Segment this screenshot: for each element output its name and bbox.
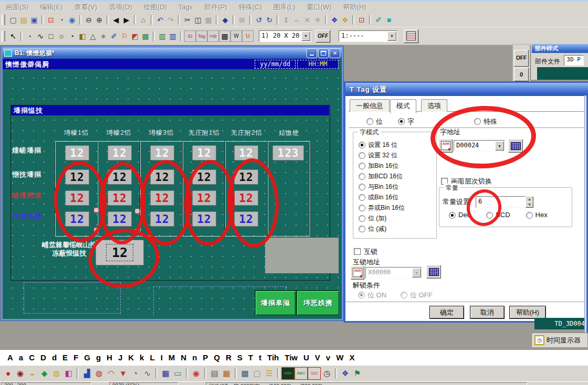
word-mode-option[interactable]: 位 (加): [359, 214, 405, 221]
radio-icon[interactable]: [398, 118, 405, 125]
radio-icon[interactable]: [359, 226, 365, 232]
part-lamp-icon[interactable]: ◍: [50, 368, 62, 379]
letter-style-button[interactable]: Q: [214, 353, 220, 362]
word-mode-option[interactable]: 设置 16 位: [359, 141, 405, 147]
undo-icon[interactable]: ↶: [155, 15, 165, 25]
eraser-icon[interactable]: ◆: [220, 15, 230, 25]
letter-style-button[interactable]: k: [140, 353, 144, 362]
flip-horizontal-icon[interactable]: ⇔: [291, 15, 302, 25]
part-trend-icon[interactable]: ∿: [141, 368, 153, 379]
word-mode-option[interactable]: 或Bin 16位: [359, 193, 405, 200]
part-12-display-icon[interactable]: 112: [308, 367, 321, 380]
numeric-display-part[interactable]: 12: [192, 190, 216, 206]
redo-icon[interactable]: ↷: [165, 15, 176, 25]
marker-tool-icon[interactable]: ✐: [109, 31, 119, 41]
word-address-combo[interactable]: D00024 ▼: [454, 140, 505, 152]
menu-item[interactable]: 窗口(W): [301, 3, 338, 12]
open-file-icon[interactable]: ▤: [18, 15, 29, 25]
word-mode-option[interactable]: 位 (减): [359, 224, 405, 231]
radio-icon[interactable]: [366, 118, 373, 125]
part-selector-icon[interactable]: ◒: [26, 368, 38, 379]
address-picker-button[interactable]: ADR: [439, 139, 453, 153]
menu-item[interactable]: 特殊(C): [233, 3, 268, 12]
time-display-part[interactable]: HH:MM: [297, 60, 339, 69]
id-chip-icon[interactable]: ID: [184, 30, 196, 42]
keypad-button[interactable]: [426, 265, 441, 279]
grid-off-button[interactable]: OFF: [316, 30, 330, 42]
radio-icon[interactable]: [359, 142, 365, 148]
screen-level-combo[interactable]: 1:---- ▼: [339, 30, 397, 42]
numeric-display-part[interactable]: 12: [65, 169, 89, 185]
numeric-display-part[interactable]: 12: [150, 145, 174, 161]
numeric-display-part[interactable]: 12: [108, 211, 132, 227]
numeric-display-part[interactable]: 12: [234, 211, 258, 227]
copy-icon[interactable]: ◫: [193, 15, 203, 25]
zoom-in-icon[interactable]: ⊕: [94, 15, 104, 25]
u-chip-icon[interactable]: U: [242, 30, 254, 42]
numeric-display-part[interactable]: 12: [234, 145, 258, 161]
group-icon[interactable]: ❖: [329, 15, 340, 25]
selected-numeric-part[interactable]: 12: [96, 240, 144, 265]
enlarge-icon[interactable]: ✳: [312, 15, 323, 25]
letter-style-button[interactable]: V: [315, 353, 320, 362]
dot-tool-icon[interactable]: ▪: [25, 31, 35, 41]
keypad-button[interactable]: [508, 139, 523, 153]
scale-tool-icon[interactable]: ∗: [98, 31, 109, 41]
letter-style-button[interactable]: M: [169, 353, 175, 362]
line-tool-icon[interactable]: ∿: [35, 31, 46, 41]
radio-icon[interactable]: [359, 173, 365, 180]
part-file-icon[interactable]: ▢: [251, 368, 263, 379]
part-keypad-icon[interactable]: ▦: [160, 368, 172, 379]
next-screen-icon[interactable]: ▶: [121, 15, 132, 25]
menu-item[interactable]: 图库(L): [268, 3, 301, 12]
library-1-icon[interactable]: ▥: [157, 31, 167, 41]
letter-style-button[interactable]: W: [336, 353, 343, 362]
menu-item[interactable]: 绘图(D): [138, 3, 173, 12]
unlock-on-radio[interactable]: 位 ON: [358, 291, 386, 300]
radio-icon[interactable]: [526, 212, 533, 219]
numeric-display-part[interactable]: 12: [150, 190, 174, 206]
letter-style-button[interactable]: Tiw: [285, 353, 298, 362]
part-abc-display-icon[interactable]: ABC: [295, 367, 308, 380]
numeric-display-part[interactable]: 12: [192, 145, 216, 161]
tab-options[interactable]: 选项: [421, 99, 447, 112]
menu-item[interactable]: 编辑(E): [34, 3, 68, 12]
part-file-combo[interactable]: 3D P: [564, 55, 584, 66]
chevron-down-icon[interactable]: ▼: [412, 268, 421, 277]
part-clock-icon[interactable]: ◷: [321, 368, 333, 379]
screen-action-button-left[interactable]: 墦搦皋滋: [255, 291, 296, 316]
interlock-address-combo[interactable]: X00000 ▼: [365, 267, 422, 279]
letter-style-button[interactable]: H: [107, 353, 112, 362]
hdr-chip-icon[interactable]: Hdr: [207, 30, 219, 42]
numeric-display-part[interactable]: 12: [108, 190, 132, 206]
ungroup-icon[interactable]: ❖: [340, 15, 350, 25]
radio-icon[interactable]: [359, 205, 365, 211]
letter-style-button[interactable]: C: [29, 353, 35, 362]
chevron-down-icon[interactable]: ▼: [495, 141, 504, 151]
letter-style-button[interactable]: n: [192, 353, 197, 362]
order-icon[interactable]: ⊡: [356, 15, 367, 25]
letter-style-button[interactable]: d: [52, 353, 57, 362]
rotate-right-icon[interactable]: ↻: [264, 15, 275, 25]
paste-icon[interactable]: ▦: [203, 15, 214, 25]
mode-radio-special[interactable]: 特殊: [474, 117, 497, 126]
word-mode-option[interactable]: 与Bin 16位: [359, 183, 405, 189]
select-tool-icon[interactable]: ↖: [8, 31, 18, 41]
letter-style-button[interactable]: D: [40, 353, 46, 362]
selection-handle[interactable]: [135, 229, 140, 233]
word-mode-option[interactable]: 设置 32 位: [359, 151, 405, 158]
toolbar-gripper[interactable]: [2, 15, 5, 25]
letter-style-button[interactable]: K: [128, 353, 134, 362]
cut-icon[interactable]: ✂: [182, 15, 193, 25]
part-printer-icon[interactable]: ▤: [208, 368, 220, 379]
date-display-part[interactable]: yy/mm/dd: [255, 60, 296, 69]
close-button[interactable]: ✕: [330, 49, 340, 58]
radio-icon[interactable]: [358, 292, 365, 298]
part-display-icon[interactable]: ▭: [172, 368, 184, 379]
alarm-preview-icon[interactable]: ◔: [56, 15, 67, 25]
prev-screen-icon[interactable]: ◀: [111, 15, 121, 25]
part-toggle-icon[interactable]: ◆: [38, 368, 50, 379]
polygon-tool-icon[interactable]: △: [88, 31, 98, 41]
grid-size-combo[interactable]: 1) 20 X 20 ▼: [259, 30, 311, 42]
numeric-display-part[interactable]: 12: [192, 169, 216, 185]
